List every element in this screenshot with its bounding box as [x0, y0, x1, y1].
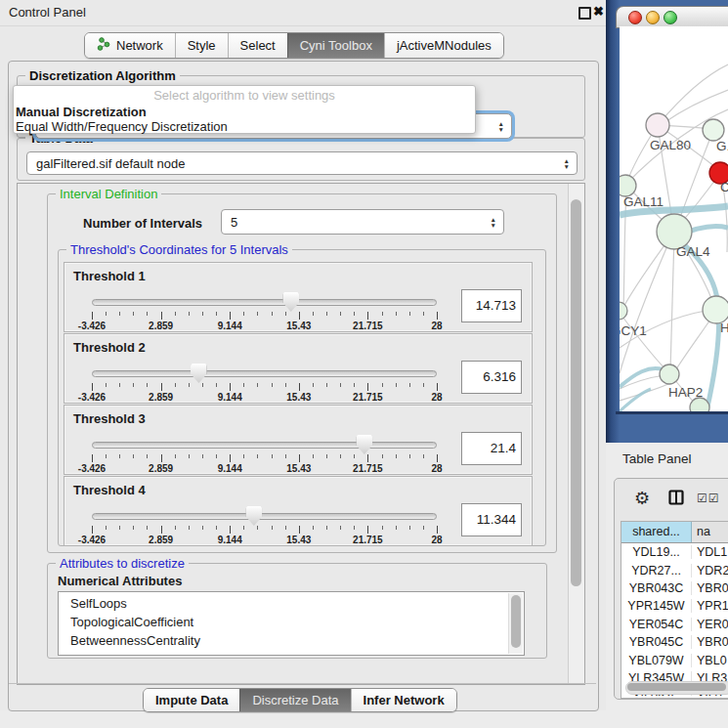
table-row[interactable]: YBR045CYBR0	[621, 633, 728, 651]
network-node[interactable]	[690, 398, 709, 411]
panel-scrollbar[interactable]	[568, 184, 584, 684]
window-shadow	[616, 411, 728, 414]
cell-name[interactable]: YBL0	[692, 654, 728, 667]
tick-mark	[243, 312, 244, 316]
float-window-icon[interactable]	[578, 7, 591, 20]
threshold-3-slider[interactable]: -3.4262.8599.14415.4321.71528	[92, 406, 437, 474]
network-edge-highlighted[interactable]	[620, 389, 651, 411]
cell-shared-name[interactable]: YPR145W	[621, 599, 692, 613]
list-item[interactable]: TopologicalCoefficient	[70, 613, 524, 631]
table-row[interactable]: YPR145WYPR1	[621, 597, 728, 615]
tab-network[interactable]: Network	[85, 33, 175, 58]
cell-shared-name[interactable]: YBL079W	[621, 654, 692, 667]
cell-name[interactable]: YDR2	[692, 564, 728, 578]
number-of-intervals-combobox[interactable]: 5 ▲▼	[221, 209, 504, 235]
table-row[interactable]: YDL19...YDL1	[621, 543, 728, 561]
table-row[interactable]: YBR043CYBR0	[621, 579, 728, 597]
slider-thumb[interactable]	[356, 435, 372, 454]
slider-thumb[interactable]	[282, 292, 299, 312]
threshold-2-value-field[interactable]: 6.316	[461, 361, 522, 394]
table-data-combobox[interactable]: galFiltered.sif default node ▲▼	[26, 151, 578, 175]
cell-name[interactable]: YBR0	[692, 581, 728, 595]
tab-infer-network[interactable]: Infer Network	[351, 689, 456, 711]
tick-mark	[382, 312, 383, 316]
settings-scrollpane: Interval Definition Number of Intervals …	[17, 183, 585, 685]
network-canvas[interactable]: GAL80G.CGAL11GAL4GCY1HHAP2	[620, 26, 728, 411]
tab-impute-label: Impute Data	[155, 693, 228, 707]
tab-style[interactable]: Style	[175, 33, 228, 58]
table-row[interactable]: YER054CYER0	[621, 616, 728, 633]
tick-mark	[133, 526, 134, 530]
network-node[interactable]	[703, 296, 728, 323]
panel-title: Control Panel	[9, 5, 86, 20]
slider-thumb[interactable]	[245, 506, 262, 526]
cell-shared-name[interactable]: YDR27...	[621, 564, 692, 578]
minimize-traffic-light-icon[interactable]	[646, 11, 660, 24]
cell-shared-name[interactable]: YDL19...	[621, 545, 692, 559]
split-columns-icon[interactable]	[668, 490, 684, 509]
network-edge-highlighted[interactable]	[620, 368, 663, 387]
table-row[interactable]: YDR27...YDR2	[621, 561, 728, 578]
cell-shared-name[interactable]: YBR043C	[621, 581, 692, 595]
network-edge[interactable]	[623, 192, 626, 311]
tick-mark	[161, 312, 162, 320]
cell-name[interactable]: YPR1	[692, 599, 728, 613]
tab-discretize-data[interactable]: Discretize Data	[239, 689, 350, 711]
cell-shared-name[interactable]: YBR045C	[621, 635, 692, 649]
network-node[interactable]	[646, 113, 669, 137]
scrollbar-thumb[interactable]	[571, 199, 581, 586]
table-horizontal-scrollbar[interactable]	[625, 681, 728, 695]
threshold-1-value-field[interactable]: 14.713	[461, 289, 522, 322]
numerical-attributes-list[interactable]: SelfLoops TopologicalCoefficient Between…	[58, 591, 525, 656]
network-window-titlebar[interactable]	[616, 6, 728, 28]
column-header-name[interactable]: na	[692, 522, 728, 542]
tab-impute-data[interactable]: Impute Data	[144, 689, 239, 711]
slider-thumb[interactable]	[191, 364, 207, 383]
zoom-traffic-light-icon[interactable]	[664, 11, 677, 24]
threshold-3-value-field[interactable]: 21.4	[461, 432, 522, 465]
network-node[interactable]	[620, 175, 636, 196]
tab-select[interactable]: Select	[228, 33, 287, 58]
node-label: GCY1	[620, 323, 647, 338]
network-node[interactable]	[660, 364, 679, 384]
network-edge[interactable]	[676, 314, 714, 369]
threshold-2-slider[interactable]: -3.4262.8599.14415.4321.71528	[92, 334, 437, 403]
list-item[interactable]: SelfLoops	[70, 594, 524, 613]
list-item[interactable]: BetweennessCentrality	[70, 631, 524, 650]
tick-mark	[202, 454, 203, 458]
network-node[interactable]	[620, 302, 627, 320]
slider-tick-labels: -3.4262.8599.14415.4321.71528	[92, 535, 437, 545]
threshold-4-value-field[interactable]: 11.344	[461, 503, 522, 536]
threshold-1-slider[interactable]: -3.4262.8599.14415.4321.71528	[92, 263, 437, 331]
cell-name[interactable]: YER0	[692, 618, 728, 631]
tick-mark	[272, 526, 273, 530]
close-icon[interactable]: ✖	[593, 4, 604, 19]
network-edge[interactable]	[670, 235, 674, 371]
cell-name[interactable]: YBR0	[692, 635, 728, 649]
threshold-4-block: Threshold 4 -3.4262.8599.14415.4321.7152…	[64, 476, 533, 546]
scrollbar-thumb[interactable]	[627, 683, 726, 691]
gear-icon[interactable]: ⚙	[634, 488, 650, 509]
column-header-shared-name[interactable]: shared...	[621, 522, 692, 542]
scrollbar-thumb[interactable]	[511, 595, 521, 648]
tab-cyni-toolbox[interactable]: Cyni Toolbox	[287, 33, 384, 58]
table-row[interactable]: YBL079WYBL0	[621, 651, 728, 668]
cell-name[interactable]: YDL1	[692, 545, 728, 559]
cell-shared-name[interactable]: YER054C	[621, 618, 692, 631]
threshold-4-slider[interactable]: -3.4262.8599.14415.4321.71528	[92, 477, 437, 545]
tick-mark	[161, 526, 162, 534]
network-edge[interactable]	[658, 64, 728, 125]
close-traffic-light-icon[interactable]	[628, 11, 642, 24]
tab-jactivemnodules[interactable]: jActiveMNodules	[384, 33, 503, 58]
dropdown-option-equal-width-frequency[interactable]: Equal Width/Frequency Discretization	[14, 119, 475, 134]
network-edge[interactable]	[664, 90, 728, 123]
dropdown-option-manual-discretization[interactable]: Manual Discretization	[14, 105, 475, 119]
tick-label: -3.426	[78, 321, 106, 331]
select-columns-checkboxes-icon[interactable]: ☑☑	[697, 492, 720, 505]
network-node[interactable]	[703, 119, 724, 141]
network-edge[interactable]	[620, 235, 672, 373]
threshold-1-block: Threshold 1 -3.4262.8599.14415.4321.7152…	[64, 262, 533, 332]
tick-mark	[382, 526, 383, 530]
tick-label: 9.144	[218, 321, 242, 331]
list-scrollbar[interactable]	[508, 593, 523, 654]
